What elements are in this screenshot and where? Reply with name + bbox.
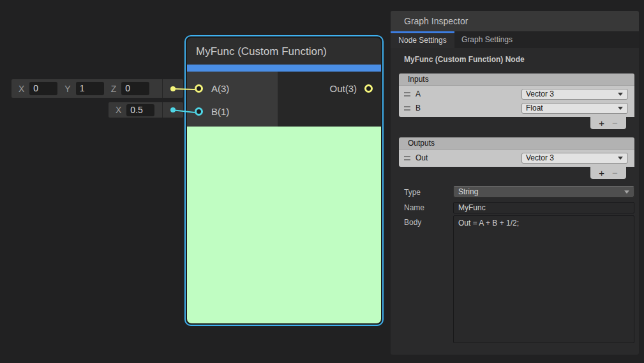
inputs-list-footer: + − — [590, 117, 626, 129]
float-x-label: X — [116, 105, 121, 115]
drag-handle-icon[interactable] — [404, 156, 410, 160]
vector3-z-field[interactable]: 0 — [121, 82, 149, 95]
output-row-out[interactable]: Out Vector 3 — [399, 151, 634, 165]
output-out-type-dropdown[interactable]: Vector 3 — [521, 153, 628, 164]
type-dropdown[interactable]: String — [453, 186, 634, 197]
graph-inspector-panel: Graph Inspector Node Settings Graph Sett… — [391, 11, 639, 355]
port-row-b: B(1) — [187, 100, 278, 123]
node-title[interactable]: MyFunc (Custom Function) — [187, 38, 381, 65]
name-field[interactable]: MyFunc — [453, 202, 634, 213]
node-preview — [187, 127, 381, 323]
dropdown-arrow-icon — [624, 190, 629, 194]
output-out-name: Out — [416, 153, 428, 162]
tab-node-settings[interactable]: Node Settings — [391, 31, 454, 48]
output-out-type-value: Vector 3 — [526, 153, 554, 162]
port-a-label: A(3) — [211, 83, 229, 94]
inputs-section: Inputs A Vector 3 B Float — [399, 73, 634, 129]
inspector-node-heading: MyFunc (Custom Function) Node — [404, 55, 639, 64]
type-value: String — [458, 187, 478, 196]
dropdown-arrow-icon — [618, 107, 623, 110]
outputs-list-footer: + − — [590, 167, 626, 179]
input-a-type-dropdown[interactable]: Vector 3 — [521, 89, 628, 100]
remove-input-button[interactable]: − — [612, 118, 618, 128]
inspector-title[interactable]: Graph Inspector — [391, 11, 639, 31]
input-a-type-value: Vector 3 — [526, 89, 554, 98]
port-row-out: Out(3) — [278, 77, 381, 100]
dropdown-arrow-icon — [618, 93, 623, 96]
port-out-icon[interactable] — [364, 84, 373, 93]
body-field[interactable]: Out = A + B + 1/2; — [453, 215, 634, 343]
node-accent-bar — [187, 65, 381, 72]
input-b-type-dropdown[interactable]: Float — [521, 103, 628, 114]
vector3-connector-area[interactable] — [163, 86, 183, 91]
add-input-button[interactable]: + — [599, 118, 604, 128]
drag-handle-icon[interactable] — [404, 106, 410, 111]
body-label: Body — [404, 218, 421, 227]
outputs-section-header: Outputs — [399, 137, 634, 150]
input-b-type-value: Float — [526, 104, 543, 112]
float-connector-area[interactable] — [163, 107, 183, 112]
float-connector-dot-icon[interactable] — [170, 107, 176, 112]
inputs-section-header: Inputs — [399, 73, 634, 86]
tab-graph-settings[interactable]: Graph Settings — [454, 31, 521, 48]
vector3-input-widget: X 0 Y 1 Z 0 — [11, 79, 183, 98]
outputs-section: Outputs Out Vector 3 + − — [399, 137, 634, 179]
node-input-ports: A(3) B(1) — [187, 72, 278, 127]
vector3-x-field[interactable]: 0 — [29, 82, 57, 95]
inspector-tabs: Node Settings Graph Settings — [391, 31, 639, 48]
vector3-connector-dot-icon[interactable] — [170, 86, 176, 91]
port-out-label: Out(3) — [329, 83, 357, 94]
drag-handle-icon[interactable] — [404, 92, 410, 97]
input-a-name: A — [416, 89, 421, 98]
dropdown-arrow-icon — [618, 157, 623, 160]
vector3-x-label: X — [19, 84, 24, 94]
node-output-ports: Out(3) — [278, 72, 381, 127]
name-label: Name — [404, 203, 424, 212]
vector3-y-field[interactable]: 1 — [76, 82, 104, 95]
port-b-label: B(1) — [211, 106, 229, 117]
type-label: Type — [404, 188, 421, 197]
port-b-icon[interactable] — [195, 107, 203, 116]
input-b-name: B — [416, 104, 421, 112]
remove-output-button[interactable]: − — [612, 168, 618, 178]
float-input-widget: X 0.5 — [109, 102, 183, 118]
float-x-field[interactable]: 0.5 — [126, 104, 154, 116]
custom-function-node[interactable]: MyFunc (Custom Function) A(3) B(1) Out(3… — [184, 35, 384, 326]
vector3-z-label: Z — [111, 84, 117, 94]
input-row-b[interactable]: B Float — [399, 101, 634, 115]
port-row-a: A(3) — [187, 77, 278, 100]
add-output-button[interactable]: + — [599, 168, 604, 178]
graph-canvas[interactable]: X 0 Y 1 Z 0 X 0.5 MyFunc (Custom Functio… — [0, 0, 644, 363]
input-row-a[interactable]: A Vector 3 — [399, 87, 634, 101]
vector3-y-label: Y — [64, 84, 70, 94]
port-a-icon[interactable] — [195, 84, 203, 93]
